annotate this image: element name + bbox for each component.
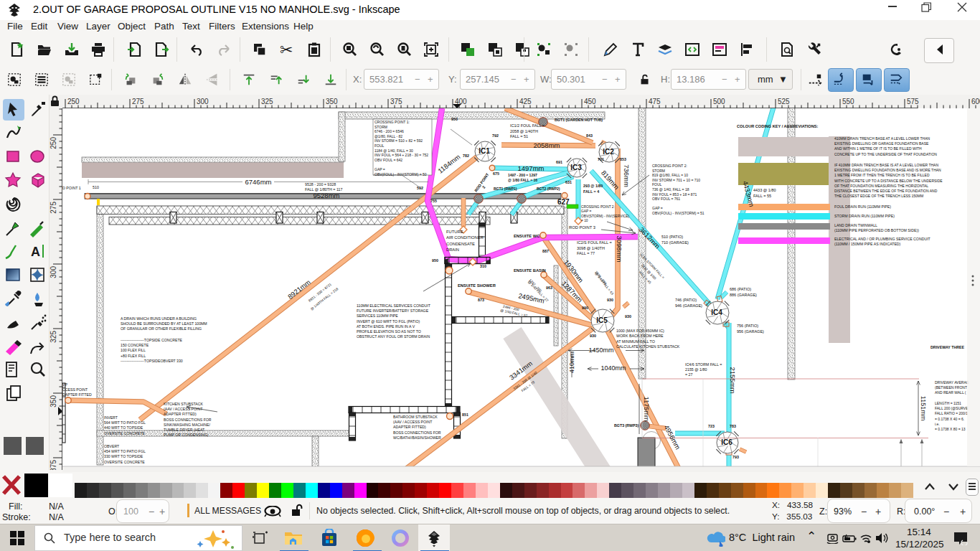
svg-text:BATHROOM STUBSTACK: BATHROOM STUBSTACK: [393, 415, 438, 419]
svg-text:350: 350: [50, 395, 57, 408]
svg-text:410mm: 410mm: [568, 352, 575, 373]
svg-text:CONDENSATE: CONDENSATE: [446, 242, 475, 246]
svg-text:736mm: 736mm: [623, 164, 631, 187]
svg-text:GAP =: GAP =: [374, 167, 385, 171]
svg-text:500: 500: [713, 98, 725, 105]
svg-text:250: 250: [50, 137, 57, 149]
svg-text:CONCRETE UP TO THE UNDERSIDE O: CONCRETE UP TO THE UNDERSIDE OF THAT FOU…: [834, 152, 937, 156]
svg-text:9528mm: 9528mm: [314, 192, 340, 199]
svg-text:930: 930: [625, 314, 631, 319]
svg-text:IC2/S FOUL FALL =: IC2/S FOUL FALL =: [577, 240, 612, 245]
svg-text:= 0.1738 X 40 = 6.: = 0.1738 X 40 = 6.: [935, 417, 964, 421]
svg-text:930: 930: [607, 298, 613, 302]
svg-text:575: 575: [907, 98, 919, 105]
svg-text:GAP =: GAP =: [581, 209, 591, 213]
svg-text:EXISTING DWELLING FOUNDATION B: EXISTING DWELLING FOUNDATION BASE AND IS…: [834, 168, 941, 172]
svg-text:CROSSING POINT 1:: CROSSING POINT 1:: [374, 120, 410, 124]
svg-text:550: 550: [842, 98, 854, 105]
svg-text:330 WRT TO TOPSIDE: 330 WRT TO TOPSIDE: [104, 454, 143, 458]
svg-text:FOUL DRAIN RUN (110MM PIPE): FOUL DRAIN RUN (110MM PIPE): [834, 204, 891, 209]
svg-text:WITH CONCRETE UP TO A DISTANCE: WITH CONCRETE UP TO A DISTANCE BELOW THE…: [834, 179, 943, 183]
svg-text:LENGTH = 1151: LENGTH = 1151: [935, 401, 961, 405]
svg-text:OBV FOUL = 642: OBV FOUL = 642: [374, 158, 402, 162]
svg-text:783: 783: [730, 424, 736, 428]
svg-text:OVERSITE CONCRETE: OVERSITE CONCRETE: [104, 431, 145, 435]
svg-text:= 27: = 27: [685, 372, 693, 377]
svg-text:AT MINIMUM FALL TO: AT MINIMUM FALL TO: [616, 339, 655, 344]
svg-text:OBV FOUL = 761: OBV FOUL = 761: [652, 197, 680, 201]
svg-text:250: 250: [67, 98, 80, 105]
svg-text:IC2: IC2: [603, 148, 614, 156]
svg-text:AND WITHIN 1 METRE OF IT IS TO: AND WITHIN 1 METRE OF IT IS TO BE FILLED…: [834, 146, 922, 151]
svg-text:DRAIN: DRAIN: [446, 248, 459, 252]
svg-text:325: 325: [50, 331, 57, 343]
svg-text:275: 275: [132, 98, 144, 105]
svg-text:= 10: = 10: [581, 219, 588, 222]
svg-text:FALL = 77: FALL = 77: [577, 251, 595, 255]
svg-text:819 @1/80, FALL = 10: 819 @1/80, FALL = 10: [652, 173, 688, 177]
svg-text:ELECTRICAL AND / OR PLUMBING S: ELECTRICAL AND / OR PLUMBING SERVICE CON…: [834, 237, 931, 241]
svg-text:WORK BACK FROM HERE: WORK BACK FROM HERE: [616, 334, 664, 338]
svg-text:OF GRANULAR OR OTHER FLEXIBLE: OF GRANULAR OR OTHER FLEXIBLE FILLING: [121, 326, 202, 331]
svg-text:+80 FLEX FILL: +80 FLEX FILL: [121, 354, 146, 358]
svg-text:350: 350: [326, 98, 338, 105]
svg-text:873: 873: [478, 298, 484, 302]
svg-text:(110MM / 150MM PIPE AS INDICAT: (110MM / 150MM PIPE AS INDICATED): [834, 242, 901, 246]
svg-text:COLOUR CODING KEY / ABBREVIATI: COLOUR CODING KEY / ABBREVIATIONS:: [737, 124, 818, 128]
svg-text:1450mm: 1450mm: [588, 347, 613, 354]
svg-text:946 (GARAGE): 946 (GARAGE): [675, 303, 702, 308]
svg-text:-------------------TOPSIDEOBVE: -------------------TOPSIDEOBVERT 330: [121, 359, 183, 363]
svg-text:440 WRT TO TOPSIDE: 440 WRT TO TOPSIDE: [104, 425, 143, 430]
svg-text:ADAPTER FITTED): ADAPTER FITTED): [393, 425, 426, 429]
svg-text:CCESS POINT: CCESS POINT: [62, 387, 88, 392]
svg-text:PROFILE ELEVATION SO AS NOT TO: PROFILE ELEVATION SO AS NOT TO: [357, 329, 421, 334]
svg-text:325: 325: [261, 98, 273, 105]
svg-text:WC/BATH//BASIN/SHOWER: WC/BATH//BASIN/SHOWER: [393, 435, 441, 440]
svg-text:OF THAT FOUNDATION MEASURING T: OF THAT FOUNDATION MEASURING THE HORIZON…: [834, 184, 928, 188]
svg-text:100 FLEX FILL: 100 FLEX FILL: [121, 348, 146, 352]
svg-text:1175mm: 1175mm: [643, 397, 650, 421]
svg-text:IC4/6 STORM FALL =: IC4/6 STORM FALL =: [685, 362, 722, 367]
svg-text:510: 510: [93, 185, 99, 189]
svg-text:300: 300: [197, 98, 209, 105]
svg-text:990: 990: [582, 306, 588, 310]
svg-text:1000 (MAX FOR 450MM IC): 1000 (MAX FOR 450MM IC): [616, 329, 664, 333]
svg-text:600: 600: [971, 98, 980, 105]
svg-text:✂: ✂: [280, 42, 293, 57]
svg-text:4433 @ 1/80: 4433 @ 1/80: [753, 188, 776, 192]
svg-text:275: 275: [50, 202, 57, 214]
svg-text:A DRAIN WHICH RUNS UNDER A BUI: A DRAIN WHICH RUNS UNDER A BUILDING: [121, 316, 197, 321]
svg-text:853: 853: [620, 157, 626, 161]
svg-text:3098mm: 3098mm: [616, 236, 623, 263]
svg-text:FALL = 55: FALL = 55: [753, 194, 771, 198]
svg-text:631: 631: [565, 180, 572, 184]
svg-text:OBV(STORM) - INV(SERVICE): OBV(STORM) - INV(SERVICE): [581, 215, 629, 218]
svg-text:843: 843: [586, 133, 593, 138]
svg-text:IC1/2 FOUL FALL =: IC1/2 FOUL FALL =: [510, 123, 545, 128]
svg-text:SHOULD BE SURROUNDED BY AT LEA: SHOULD BE SURROUNDED BY AT LEAST 100MM: [121, 321, 207, 326]
svg-text:ROD POINT 3: ROD POINT 3: [569, 225, 595, 230]
svg-text:930: 930: [590, 334, 596, 338]
svg-text:SERVICES 110MM PIPE: SERVICES 110MM PIPE: [357, 314, 398, 318]
svg-text:686 (PATIO): 686 (PATIO): [730, 287, 751, 291]
svg-text:454 WRT TO PATIO FGL: 454 WRT TO PATIO FGL: [104, 449, 146, 453]
svg-text:DRIVEWAY THREE: DRIVEWAY THREE: [930, 345, 965, 349]
svg-text:INVERT @ 610 WRT TO FGL (PATIO: INVERT @ 610 WRT TO FGL (PATIO): [357, 319, 420, 324]
svg-text:TUMBLE DRYER (HEAT: TUMBLE DRYER (HEAT: [164, 428, 205, 432]
svg-text:= 0.1738 X 80 = 13: = 0.1738 X 80 = 13: [935, 427, 966, 431]
svg-text:793: 793: [732, 455, 739, 459]
svg-text:FALL 200 (@SURVE: FALL 200 (@SURVE: [935, 406, 969, 410]
svg-text:792: 792: [492, 133, 499, 138]
svg-text:GAP =: GAP =: [652, 206, 663, 210]
svg-text:886 (GARAGE): 886 (GARAGE): [730, 293, 757, 297]
svg-text:INV STORM = 510 + 82 = 592: INV STORM = 510 + 82 = 592: [374, 138, 423, 143]
svg-text:1 METRE FROM IT THEN THE TRENC: 1 METRE FROM IT THEN THE TRENCH IS TO BE…: [834, 173, 930, 177]
svg-text:1497 - 200 = 1297: 1497 - 200 = 1297: [508, 173, 537, 177]
svg-text:INV FOUL = 853 + 18 = 871: INV FOUL = 853 + 18 = 871: [652, 192, 697, 197]
svg-text:IC5: IC5: [596, 316, 608, 324]
svg-text:FOUL: FOUL: [652, 182, 662, 187]
svg-text:675: 675: [493, 171, 499, 176]
svg-text:710 (GARAGE): 710 (GARAGE): [661, 240, 689, 245]
svg-text:LAND DRAIN TWINWALL: LAND DRAIN TWINWALL: [834, 223, 877, 227]
svg-text:STORM: STORM: [374, 125, 387, 129]
